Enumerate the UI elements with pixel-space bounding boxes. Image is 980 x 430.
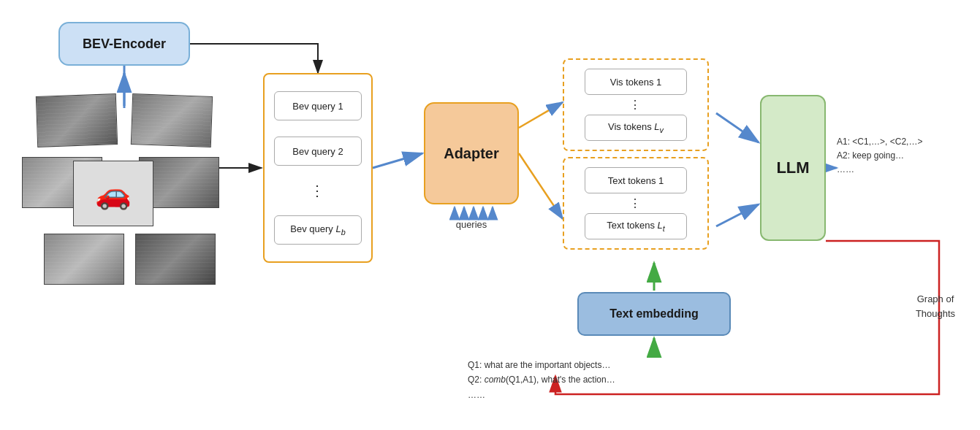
text-embedding-label: Text embedding <box>609 307 699 320</box>
bev-query-item-1: Bev query 1 <box>274 91 362 120</box>
graph-of-thoughts-label: Graph of Thoughts <box>906 292 965 320</box>
camera-image-bot-right <box>135 234 216 285</box>
diagram-container: BEV-Encoder 🚗 Bev query 1 Bev quer <box>0 0 980 430</box>
text-token-1: Text tokens 1 <box>585 167 687 193</box>
bev-encoder-box: BEV-Encoder <box>58 22 190 66</box>
camera-cluster: 🚗 <box>22 95 219 329</box>
q-text: Q1: what are the important objects… Q2: … <box>468 358 615 402</box>
text-token-lt: Text tokens Lt <box>585 213 687 239</box>
llm-box: LLM <box>760 95 826 241</box>
output-text: A1: <C1,…>, <C2,…> A2: keep going… …… <box>837 135 922 177</box>
q-line-1: Q1: what are the important objects… <box>468 358 615 372</box>
text-tokens-dots: ⋮ <box>570 196 702 210</box>
bev-encoder-label: BEV-Encoder <box>83 37 166 52</box>
vis-token-1: Vis tokens 1 <box>585 69 687 95</box>
adapter-label: Adapter <box>444 145 499 162</box>
bev-query-item-lb: Bev query Lb <box>274 215 362 245</box>
bev-query-dots: ⋮ <box>310 182 326 199</box>
output-line-2: A2: keep going… <box>837 149 922 163</box>
svg-line-8 <box>373 153 422 168</box>
text-tokens-group: Text tokens 1 ⋮ Text tokens Lt <box>563 157 709 250</box>
svg-line-14 <box>716 113 759 142</box>
adapter-box: Adapter <box>424 102 519 204</box>
vis-tokens-dots: ⋮ <box>570 98 702 112</box>
svg-line-15 <box>716 204 759 226</box>
output-line-1: A1: <C1,…>, <C2,…> <box>837 135 922 149</box>
bev-query-item-2: Bev query 2 <box>274 137 362 166</box>
q-line-2: Q2: comb(Q1,A1), what's the action… <box>468 372 615 387</box>
text-embedding-box: Text embedding <box>577 292 731 336</box>
q-line-3: …… <box>468 388 615 402</box>
queries-label: queries <box>438 219 504 230</box>
car-icon: 🚗 <box>95 177 132 211</box>
llm-label: LLM <box>776 158 809 177</box>
vis-token-lv: Vis tokens Lv <box>585 115 687 141</box>
camera-image-top-left <box>36 93 118 147</box>
camera-image-center: 🚗 <box>73 161 153 226</box>
vis-tokens-group: Vis tokens 1 ⋮ Vis tokens Lv <box>563 58 709 151</box>
output-line-3: …… <box>837 163 922 177</box>
bev-query-box: Bev query 1 Bev query 2 ⋮ Bev query Lb <box>263 73 373 263</box>
camera-image-top-right <box>131 93 213 147</box>
tokens-container: Vis tokens 1 ⋮ Vis tokens Lv Text tokens… <box>563 58 709 250</box>
camera-image-bot-left <box>44 234 124 285</box>
